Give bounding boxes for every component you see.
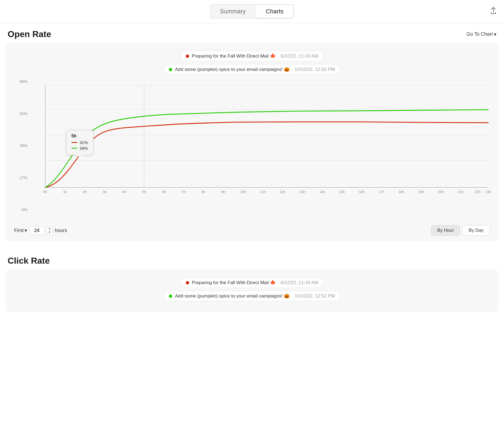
tooltip-row-red: 31% xyxy=(71,140,88,145)
click-legend-label-0: Preparing for the Fall With Direct Mail … xyxy=(192,280,276,285)
tooltip-time: 5h xyxy=(71,134,88,139)
tab-group: Summary Charts xyxy=(210,4,294,19)
tab-summary[interactable]: Summary xyxy=(210,5,256,18)
svg-text:14h: 14h xyxy=(319,190,325,194)
click-rate-legend: Preparing for the Fall With Direct Mail … xyxy=(13,277,491,301)
controls-right: By Hour By Day xyxy=(431,225,490,236)
stepper-down[interactable]: ▼ xyxy=(47,230,52,234)
legend-date-0: 8/22/22, 11:43 AM xyxy=(281,53,318,59)
click-rate-card: Preparing for the Fall With Direct Mail … xyxy=(5,270,499,312)
svg-text:3h: 3h xyxy=(103,190,107,194)
first-dropdown-button[interactable]: First ▾ xyxy=(14,227,27,233)
click-rate-header: Click Rate xyxy=(0,250,504,270)
share-button[interactable] xyxy=(490,7,496,16)
svg-text:12h: 12h xyxy=(280,190,286,194)
svg-text:7h: 7h xyxy=(182,190,186,194)
y-label-0: 0% xyxy=(22,208,27,212)
click-legend-label-1: Add some (pumpkin) spice to your email c… xyxy=(175,293,290,299)
tooltip-value-green: 34% xyxy=(80,146,88,151)
go-to-chart-button[interactable]: Go To Chart ▾ xyxy=(466,31,496,37)
legend-item-1: Add some (pumpkin) spice to your email c… xyxy=(164,64,340,75)
svg-text:11h: 11h xyxy=(260,190,266,194)
svg-text:18h: 18h xyxy=(398,190,404,194)
legend-dot-red xyxy=(186,55,189,58)
chart-controls: First ▾ ▲ ▼ hours By Hour By Day xyxy=(13,225,491,236)
svg-text:16h: 16h xyxy=(359,190,365,194)
legend-date-1: 10/10/22, 12:52 PM xyxy=(294,67,335,72)
svg-text:20h: 20h xyxy=(438,190,444,194)
svg-text:9h: 9h xyxy=(221,190,225,194)
svg-text:8h: 8h xyxy=(202,190,205,194)
svg-text:5h: 5h xyxy=(142,190,146,194)
legend-item-0: Preparing for the Fall With Direct Mail … xyxy=(181,51,323,61)
svg-text:17h: 17h xyxy=(379,190,384,194)
hours-stepper[interactable]: ▲ ▼ xyxy=(47,226,53,234)
click-legend-item-0: Preparing for the Fall With Direct Mail … xyxy=(181,277,323,288)
svg-text:13h: 13h xyxy=(299,190,305,194)
chart-tooltip: 5h 31% 34% xyxy=(66,130,93,155)
click-legend-date-0: 8/22/22, 11:43 AM xyxy=(281,280,318,285)
svg-text:23h: 23h xyxy=(485,190,491,194)
hours-input[interactable] xyxy=(29,226,44,235)
tab-charts[interactable]: Charts xyxy=(256,5,293,18)
open-rate-chart-area: 69% 52% 35% 17% 0% 0h 1h 2h xyxy=(13,80,491,221)
click-legend-dot-green xyxy=(169,294,172,298)
stepper-up[interactable]: ▲ xyxy=(47,227,52,230)
open-rate-title: Open Rate xyxy=(8,29,51,39)
tooltip-line-red xyxy=(71,142,77,143)
svg-text:2h: 2h xyxy=(83,190,87,194)
tooltip-row-green: 34% xyxy=(71,146,88,151)
y-label-35: 35% xyxy=(20,144,27,148)
open-rate-card: Preparing for the Fall With Direct Mail … xyxy=(5,43,499,241)
click-legend-dot-red xyxy=(186,281,189,284)
controls-left: First ▾ ▲ ▼ hours xyxy=(14,226,67,235)
click-rate-title: Click Rate xyxy=(8,256,50,266)
legend-label-1: Add some (pumpkin) spice to your email c… xyxy=(175,67,290,72)
legend-label-0: Preparing for the Fall With Direct Mail … xyxy=(192,53,276,59)
svg-text:10h: 10h xyxy=(240,190,246,194)
click-legend-item-1: Add some (pumpkin) spice to your email c… xyxy=(164,291,340,301)
svg-text:21h: 21h xyxy=(458,190,463,194)
by-day-button[interactable]: By Day xyxy=(462,225,490,236)
svg-text:1h: 1h xyxy=(63,190,67,194)
hours-label: hours xyxy=(55,228,67,233)
legend-dot-green xyxy=(169,68,172,71)
y-axis-labels: 69% 52% 35% 17% 0% xyxy=(13,80,27,212)
y-label-52: 52% xyxy=(20,112,27,116)
svg-text:15h: 15h xyxy=(339,190,345,194)
by-hour-button[interactable]: By Hour xyxy=(431,225,460,236)
svg-text:22h: 22h xyxy=(475,190,481,194)
svg-text:0h: 0h xyxy=(43,190,47,194)
tooltip-line-green xyxy=(71,148,77,149)
svg-text:4h: 4h xyxy=(122,190,126,194)
y-label-17: 17% xyxy=(20,176,27,180)
open-rate-legend: Preparing for the Fall With Direct Mail … xyxy=(13,51,491,75)
click-rate-section: Click Rate Preparing for the Fall With D… xyxy=(0,250,504,312)
open-rate-header: Open Rate Go To Chart ▾ xyxy=(0,23,504,43)
click-legend-date-1: 10/10/22, 12:52 PM xyxy=(294,293,335,299)
svg-text:6h: 6h xyxy=(162,190,166,194)
y-label-69: 69% xyxy=(20,80,27,83)
svg-text:19h: 19h xyxy=(418,190,424,194)
top-nav: Summary Charts xyxy=(0,0,504,23)
tooltip-value-red: 31% xyxy=(80,140,88,145)
